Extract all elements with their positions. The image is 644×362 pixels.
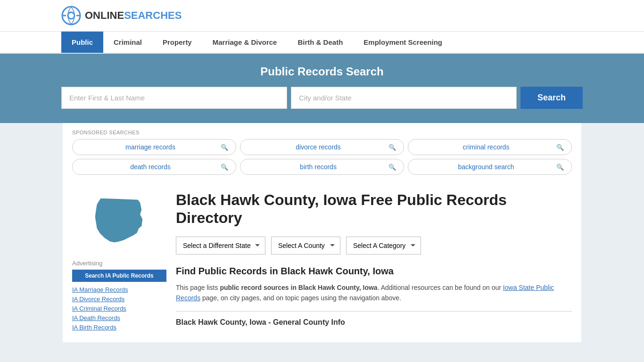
main-content: Advertising Search IA Public Records IA … [63,181,581,342]
search-bar: Search [61,87,583,109]
logo-text: ONLINESEARCHES [85,9,182,22]
page-title: Black Hawk County, Iowa Free Public Reco… [176,191,572,227]
sponsored-item-birth[interactable]: birth records 🔍 [240,159,404,175]
sponsored-item-death[interactable]: death records 🔍 [72,159,236,175]
search-icon-3: 🔍 [556,144,564,151]
dropdowns: Select a Different State Select A County… [176,237,572,255]
sidebar-links: IA Marriage Records IA Divorce Records I… [72,286,166,331]
nav-public[interactable]: Public [61,32,103,53]
sponsored-link-death: death records [80,163,221,171]
list-item: IA Divorce Records [72,295,166,303]
sponsored-item-divorce[interactable]: divorce records 🔍 [240,139,404,155]
content-wrapper: SPONSORED SEARCHES marriage records 🔍 di… [63,123,581,342]
sponsored-grid: marriage records 🔍 divorce records 🔍 cri… [72,139,572,175]
nav-birth-death[interactable]: Birth & Death [287,32,353,53]
search-icon-2: 🔍 [388,144,396,151]
sidebar-link-criminal[interactable]: IA Criminal Records [72,305,126,312]
advertising-label: Advertising [72,260,166,267]
search-icon-1: 🔍 [221,144,228,151]
main-nav: Public Criminal Property Marriage & Divo… [0,32,644,54]
name-input[interactable] [61,87,287,109]
right-content: Black Hawk County, Iowa Free Public Reco… [176,191,572,333]
section-divider: Black Hawk County, Iowa - General County… [176,311,572,327]
svg-point-1 [68,12,74,19]
find-text-after: . Additional resources can be found on o… [378,284,503,291]
county-dropdown[interactable]: Select A County [271,237,340,255]
search-icon-6: 🔍 [556,164,564,171]
nav-criminal[interactable]: Criminal [103,32,152,53]
state-map [72,191,166,252]
sponsored-item-background[interactable]: background search 🔍 [408,159,572,175]
list-item: IA Marriage Records [72,286,166,293]
nav-marriage-divorce[interactable]: Marriage & Divorce [202,32,288,53]
sponsored-link-birth: birth records [248,163,388,171]
sidebar-link-divorce[interactable]: IA Divorce Records [72,296,124,303]
list-item: IA Criminal Records [72,304,166,312]
sponsored-link-background: background search [416,163,556,171]
find-text-bold: public record sources in Black Hawk Coun… [220,284,377,291]
search-icon-4: 🔍 [221,164,228,171]
search-button[interactable]: Search [520,87,583,109]
sidebar: Advertising Search IA Public Records IA … [72,191,166,333]
sponsored-item-criminal[interactable]: criminal records 🔍 [408,139,572,155]
list-item: IA Death Records [72,314,166,321]
sidebar-link-birth[interactable]: IA Birth Records [72,324,116,331]
nav-employment[interactable]: Employment Screening [353,32,453,53]
sponsored-link-divorce: divorce records [248,143,388,151]
list-item: IA Birth Records [72,323,166,331]
find-text: This page lists public record sources in… [176,282,572,304]
search-icon-5: 🔍 [388,164,396,171]
ad-search-button[interactable]: Search IA Public Records [72,270,166,282]
hero-section: Public Records Search Search [0,54,644,123]
section-heading: Black Hawk County, Iowa - General County… [176,318,345,326]
sidebar-link-death[interactable]: IA Death Records [72,314,120,321]
nav-property[interactable]: Property [152,32,202,53]
logo: ONLINESEARCHES [61,6,182,25]
sponsored-link-criminal: criminal records [416,143,556,151]
find-section: Find Public Records in Black Hawk County… [176,266,572,304]
category-dropdown[interactable]: Select A Category [346,237,421,255]
find-text-before: This page lists [176,284,220,291]
sponsored-section: SPONSORED SEARCHES marriage records 🔍 di… [63,123,581,181]
find-text-end: page, on city pages, and on topic pages … [200,294,401,302]
sponsored-link-marriage: marriage records [80,143,221,151]
logo-icon [61,6,81,25]
location-input[interactable] [291,87,517,109]
sponsored-item-marriage[interactable]: marriage records 🔍 [72,139,236,155]
sponsored-label: SPONSORED SEARCHES [72,130,572,135]
sidebar-link-marriage[interactable]: IA Marriage Records [72,286,128,293]
find-title: Find Public Records in Black Hawk County… [176,266,572,277]
hero-title: Public Records Search [61,65,583,78]
state-dropdown[interactable]: Select a Different State [176,237,265,255]
iowa-map-icon [86,191,152,252]
